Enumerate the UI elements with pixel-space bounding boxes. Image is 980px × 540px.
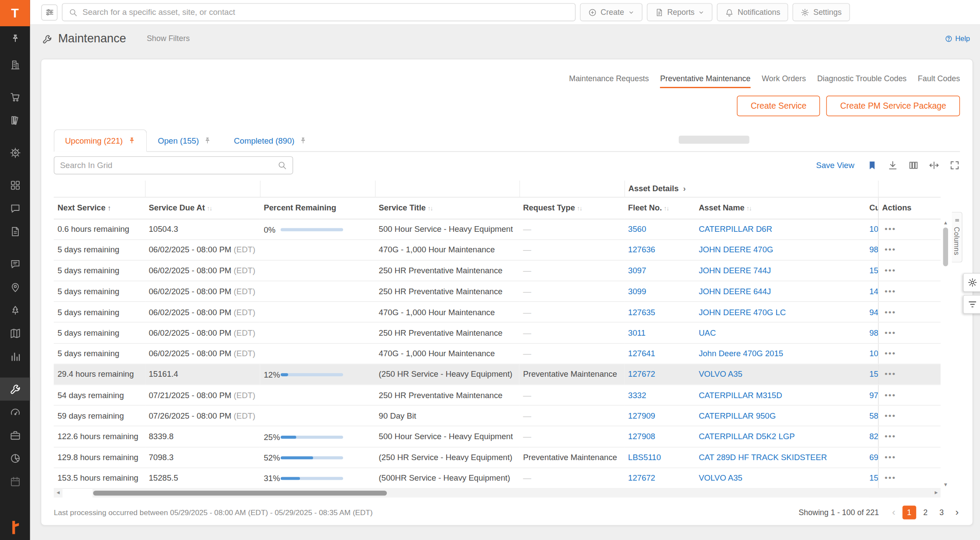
pinned-scroll-track[interactable] [887, 488, 932, 497]
asset-name-link[interactable]: CAT 289D HF TRACK SKIDSTEER [699, 453, 827, 462]
table-row[interactable]: 0.6 hours remaining10504.30%500 Hour Ser… [54, 219, 941, 240]
column-header-fleet-no[interactable]: Fleet No.↑↓ [624, 197, 695, 219]
table-row[interactable]: 54 days remaining07/21/2025 - 08:00 PM (… [54, 385, 941, 406]
cu-link[interactable]: 10 [869, 224, 878, 234]
fleet-no-link[interactable]: 3332 [628, 390, 646, 399]
row-actions-button[interactable]: ••• [885, 287, 896, 296]
sidebar-operators-button[interactable] [0, 141, 30, 165]
view-tab-open-155[interactable]: Open (155) [147, 129, 223, 152]
section-tab-diagnostic-trouble-codes[interactable]: Diagnostic Trouble Codes [817, 74, 907, 88]
asset-name-link[interactable]: UAC [699, 328, 716, 337]
sidebar-locations-button[interactable] [0, 275, 30, 299]
horizontal-scrollbar[interactable]: ◄ ► ◄ ► [54, 488, 950, 497]
grid-settings-button[interactable] [963, 273, 980, 292]
page-button-2[interactable]: 2 [918, 506, 932, 519]
fleet-no-link[interactable]: 3011 [628, 328, 646, 337]
row-actions-button[interactable]: ••• [885, 453, 896, 462]
saved-views-button[interactable] [867, 160, 877, 171]
fleet-no-link[interactable]: 127909 [628, 411, 655, 420]
row-actions-button[interactable]: ••• [885, 432, 896, 441]
asset-name-link[interactable]: JOHN DEERE 644J [699, 287, 771, 296]
asset-name-link[interactable]: JOHN DEERE 470G [699, 245, 774, 255]
sidebar-projects-button[interactable] [0, 299, 30, 322]
sidebar-reports-button[interactable] [0, 345, 30, 368]
cu-link[interactable]: 58 [869, 411, 878, 420]
view-tab-completed-890[interactable]: Completed (890) [223, 129, 318, 152]
fleet-no-link[interactable]: 127908 [628, 432, 655, 441]
sidebar-messages-button[interactable] [0, 197, 30, 220]
table-row[interactable]: 59 days remaining07/26/2025 - 08:00 PM (… [54, 406, 941, 426]
pinned-scroll-right-button[interactable]: ► [932, 488, 941, 497]
asset-name-link[interactable]: JOHN DEERE 744J [699, 266, 771, 275]
cu-link[interactable]: 69 [869, 453, 878, 462]
sidebar-sites-button[interactable] [0, 53, 30, 76]
asset-name-link[interactable]: CATERPILLAR D5K2 LGP [699, 432, 795, 441]
sidebar-telematics-button[interactable] [0, 401, 30, 424]
table-row[interactable]: 5 days remaining06/02/2025 - 08:00 PM (E… [54, 260, 941, 281]
row-actions-button[interactable]: ••• [885, 245, 896, 255]
sidebar-catalog-button[interactable] [0, 109, 30, 132]
table-row[interactable]: 5 days remaining06/02/2025 - 08:00 PM (E… [54, 302, 941, 323]
fleet-no-link[interactable]: 127672 [628, 370, 655, 379]
section-tab-fault-codes[interactable]: Fault Codes [918, 74, 960, 88]
asset-name-link[interactable]: VOLVO A35 [699, 473, 743, 482]
cu-link[interactable]: 15 [869, 473, 878, 482]
columns-button[interactable] [908, 160, 918, 171]
sidebar-analytics-button[interactable] [0, 447, 30, 470]
table-row[interactable]: 129.8 hours remaining7098.352%(250 HR Se… [54, 447, 941, 468]
cu-link[interactable]: 15 [869, 370, 878, 379]
notifications-button[interactable]: Notifications [717, 3, 788, 21]
create-button[interactable]: Create [580, 3, 642, 21]
row-actions-button[interactable]: ••• [885, 411, 896, 420]
asset-details-group-header[interactable]: Asset Details› [624, 181, 878, 197]
column-header-service-title[interactable]: Service Title↑↓ [375, 197, 519, 219]
asset-name-link[interactable]: CATERPILLAR D6R [699, 224, 772, 234]
sidebar-maps-button[interactable] [0, 322, 30, 345]
row-actions-button[interactable]: ••• [885, 266, 896, 275]
asset-name-link[interactable]: VOLVO A35 [699, 370, 743, 379]
scroll-left-button[interactable]: ◄ [54, 488, 62, 497]
pushpin-icon[interactable] [299, 137, 307, 144]
tenna-logo[interactable] [8, 519, 22, 536]
sidebar-maintenance-button[interactable] [0, 378, 30, 401]
pushpin-icon[interactable] [204, 137, 211, 144]
row-actions-button[interactable]: ••• [885, 370, 896, 379]
table-row[interactable]: 5 days remaining06/02/2025 - 08:00 PM (E… [54, 323, 941, 344]
settings-button[interactable]: Settings [793, 3, 850, 21]
row-actions-button[interactable]: ••• [885, 307, 896, 316]
help-link[interactable]: Help [945, 35, 970, 42]
fleet-no-link[interactable]: 127635 [628, 307, 655, 316]
autosize-columns-button[interactable] [929, 160, 939, 171]
row-actions-button[interactable]: ••• [885, 473, 896, 482]
cu-link[interactable]: 10 [869, 349, 878, 358]
pagination-next-button[interactable]: › [954, 508, 960, 518]
column-header-service-due-at[interactable]: Service Due At↑↓ [145, 197, 260, 219]
save-view-link[interactable]: Save View [816, 161, 855, 170]
row-actions-button[interactable]: ••• [885, 390, 896, 399]
table-row[interactable]: 5 days remaining06/02/2025 - 08:00 PM (E… [54, 240, 941, 261]
fleet-no-link[interactable]: 127636 [628, 245, 655, 255]
vertical-scrollbar[interactable]: ▲ ▼ [941, 219, 951, 488]
table-row[interactable]: 5 days remaining06/02/2025 - 08:00 PM (E… [54, 281, 941, 302]
page-button-3[interactable]: 3 [935, 506, 948, 519]
sidebar-marketplace-button[interactable] [0, 86, 30, 109]
scroll-down-button[interactable]: ▼ [941, 481, 950, 489]
grid-search-input[interactable] [60, 161, 277, 170]
columns-panel-button[interactable]: Columns [952, 212, 962, 262]
fleet-no-link[interactable]: 3097 [628, 266, 646, 275]
cu-link[interactable]: 97 [869, 390, 878, 399]
column-header-request-type[interactable]: Request Type↑↓ [519, 197, 625, 219]
global-search-input[interactable] [83, 7, 569, 17]
fleet-no-link[interactable]: 3099 [628, 287, 646, 296]
section-tab-work-orders[interactable]: Work Orders [762, 74, 806, 88]
cu-link[interactable]: 82 [869, 432, 878, 441]
asset-name-link[interactable]: John Deere 470G 2015 [699, 349, 784, 358]
table-row[interactable]: 29.4 hours remaining15161.412%(250 HR Se… [54, 364, 941, 385]
pushpin-icon[interactable] [128, 137, 135, 144]
avatar[interactable]: T [0, 0, 30, 26]
row-actions-button[interactable]: ••• [885, 224, 896, 234]
create-pm-service-package-button[interactable]: Create PM Service Package [826, 96, 960, 116]
sidebar-dashboard-button[interactable] [0, 174, 30, 197]
column-header-asset-name[interactable]: Asset Name↑↓ [695, 197, 866, 219]
grid-filter-button[interactable] [963, 295, 980, 314]
